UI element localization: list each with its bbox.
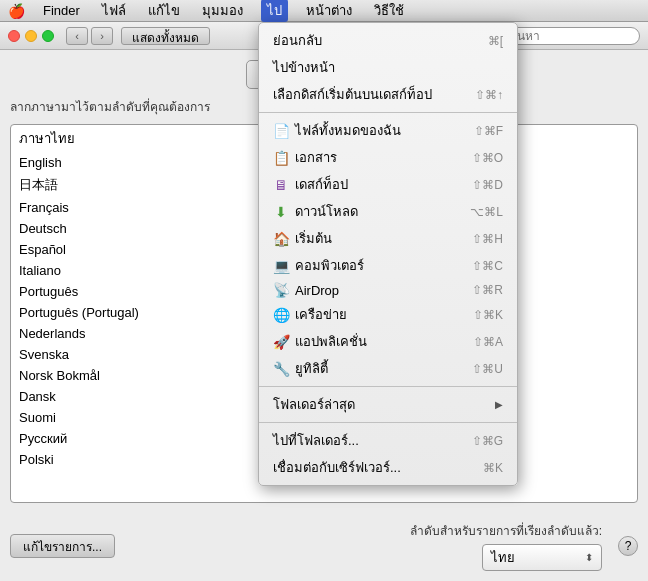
forward-button[interactable]: › bbox=[91, 27, 113, 45]
edit-menu-item[interactable]: แก้ไข bbox=[144, 0, 184, 21]
edit-list-button[interactable]: แก้ไขรายการ... bbox=[10, 534, 115, 558]
home-icon: 🏠 bbox=[273, 231, 289, 247]
file-menu-item[interactable]: ไฟล์ bbox=[98, 0, 130, 21]
menu-item-utilities[interactable]: 🔧 ยูทิลิตี้ ⇧⌘U bbox=[259, 355, 517, 382]
menu-item-forward[interactable]: ไปข้างหน้า bbox=[259, 54, 517, 81]
help-button[interactable]: ? bbox=[618, 536, 638, 556]
minimize-button[interactable] bbox=[25, 30, 37, 42]
desktop-icon: 🖥 bbox=[273, 177, 289, 193]
computer-icon: 💻 bbox=[273, 258, 289, 274]
sort-label: ลำดับสำหรับรายการที่เรียงลำดับแล้ว: bbox=[410, 521, 602, 540]
menu-item-go-to-folder[interactable]: ไปที่โฟลเดอร์... ⇧⌘G bbox=[259, 427, 517, 454]
menu-item-go-to-folder-label: ไปที่โฟลเดอร์... bbox=[273, 430, 472, 451]
menu-item-recent-folder-label: โฟลเดอร์ล่าสุด bbox=[273, 394, 495, 415]
menu-item-computer[interactable]: 💻 คอมพิวเตอร์ ⇧⌘C bbox=[259, 252, 517, 279]
go-menu-item[interactable]: ไป bbox=[261, 0, 288, 22]
menu-item-applications[interactable]: 🚀 แอปพลิเคชั่น ⇧⌘A bbox=[259, 328, 517, 355]
menu-item-desktop[interactable]: 🖥 เดสก์ท็อป ⇧⌘D bbox=[259, 171, 517, 198]
menu-item-desktop-start[interactable]: เลือกดิสก์เริ่มต้นบนเดสก์ท็อป ⇧⌘↑ bbox=[259, 81, 517, 108]
menu-item-documents-label: เอกสาร bbox=[295, 147, 472, 168]
utilities-icon: 🔧 bbox=[273, 361, 289, 377]
menu-item-connect-server-label: เชื่อมต่อกับเซิร์ฟเวอร์... bbox=[273, 457, 483, 478]
menu-item-all-files-shortcut: ⇧⌘F bbox=[474, 124, 503, 138]
menu-divider-2 bbox=[259, 386, 517, 387]
menu-item-documents[interactable]: 📋 เอกสาร ⇧⌘O bbox=[259, 144, 517, 171]
menu-divider-3 bbox=[259, 422, 517, 423]
menu-item-all-files[interactable]: 📄 ไฟล์ทั้งหมดของฉัน ⇧⌘F bbox=[259, 117, 517, 144]
menu-item-desktop-label: เดสก์ท็อป bbox=[295, 174, 472, 195]
menu-item-home-label: เริ่มต้น bbox=[295, 228, 472, 249]
menu-item-desktop-shortcut: ⇧⌘D bbox=[472, 178, 503, 192]
menu-item-back-label: ย่อนกลับ bbox=[273, 30, 488, 51]
menu-item-desktop-start-label: เลือกดิสก์เริ่มต้นบนเดสก์ท็อป bbox=[273, 84, 475, 105]
menu-item-downloads-label: ดาวน์โหลด bbox=[295, 201, 470, 222]
menu-item-downloads-shortcut: ⌥⌘L bbox=[470, 205, 503, 219]
sort-value: ไทย bbox=[491, 547, 515, 568]
window-menu-item[interactable]: หน้าต่าง bbox=[302, 0, 356, 21]
menu-item-network-label: เครือข่าย bbox=[295, 304, 473, 325]
downloads-icon: ⬇ bbox=[273, 204, 289, 220]
network-icon: 🌐 bbox=[273, 307, 289, 323]
menu-item-home[interactable]: 🏠 เริ่มต้น ⇧⌘H bbox=[259, 225, 517, 252]
menu-item-forward-label: ไปข้างหน้า bbox=[273, 57, 503, 78]
menu-item-go-to-folder-shortcut: ⇧⌘G bbox=[472, 434, 503, 448]
menu-item-back-shortcut: ⌘[ bbox=[488, 34, 503, 48]
menu-divider-1 bbox=[259, 112, 517, 113]
menu-item-home-shortcut: ⇧⌘H bbox=[472, 232, 503, 246]
help-menu-item[interactable]: วิธีใช้ bbox=[370, 0, 408, 21]
all-files-icon: 📄 bbox=[273, 123, 289, 139]
menu-item-airdrop-shortcut: ⇧⌘R bbox=[472, 283, 503, 297]
menu-item-airdrop-label: AirDrop bbox=[295, 283, 472, 298]
apple-menu[interactable]: 🍎 bbox=[8, 3, 25, 19]
menu-item-network[interactable]: 🌐 เครือข่าย ⇧⌘K bbox=[259, 301, 517, 328]
menu-item-utilities-label: ยูทิลิตี้ bbox=[295, 358, 472, 379]
menu-item-downloads[interactable]: ⬇ ดาวน์โหลด ⌥⌘L bbox=[259, 198, 517, 225]
finder-menu-item[interactable]: Finder bbox=[39, 3, 84, 18]
view-menu-item[interactable]: มุมมอง bbox=[198, 0, 247, 21]
menu-item-network-shortcut: ⇧⌘K bbox=[473, 308, 503, 322]
menu-item-back[interactable]: ย่อนกลับ ⌘[ bbox=[259, 27, 517, 54]
menu-item-computer-label: คอมพิวเตอร์ bbox=[295, 255, 472, 276]
documents-icon: 📋 bbox=[273, 150, 289, 166]
menu-item-documents-shortcut: ⇧⌘O bbox=[472, 151, 503, 165]
show-all-button[interactable]: แสดงทั้งหมด bbox=[121, 27, 210, 45]
menu-item-desktop-start-shortcut: ⇧⌘↑ bbox=[475, 88, 503, 102]
menu-item-applications-shortcut: ⇧⌘A bbox=[473, 335, 503, 349]
search-input[interactable] bbox=[500, 27, 640, 45]
close-button[interactable] bbox=[8, 30, 20, 42]
menu-item-utilities-shortcut: ⇧⌘U bbox=[472, 362, 503, 376]
sort-chevron-icon: ⬍ bbox=[585, 552, 593, 563]
nav-buttons: ‹ › bbox=[66, 27, 113, 45]
menu-item-connect-server-shortcut: ⌘K bbox=[483, 461, 503, 475]
airdrop-icon: 📡 bbox=[273, 282, 289, 298]
traffic-lights bbox=[8, 30, 54, 42]
submenu-arrow-icon: ▶ bbox=[495, 399, 503, 410]
menubar: 🍎 Finder ไฟล์ แก้ไข มุมมอง ไป หน้าต่าง ว… bbox=[0, 0, 648, 22]
menu-item-all-files-label: ไฟล์ทั้งหมดของฉัน bbox=[295, 120, 474, 141]
applications-icon: 🚀 bbox=[273, 334, 289, 350]
menu-item-applications-label: แอปพลิเคชั่น bbox=[295, 331, 473, 352]
back-button[interactable]: ‹ bbox=[66, 27, 88, 45]
sort-select[interactable]: ไทย ⬍ bbox=[482, 544, 602, 571]
maximize-button[interactable] bbox=[42, 30, 54, 42]
menu-item-airdrop[interactable]: 📡 AirDrop ⇧⌘R bbox=[259, 279, 517, 301]
menu-item-recent-folder[interactable]: โฟลเดอร์ล่าสุด ▶ bbox=[259, 391, 517, 418]
menu-item-computer-shortcut: ⇧⌘C bbox=[472, 259, 503, 273]
go-menu-dropdown: ย่อนกลับ ⌘[ ไปข้างหน้า เลือกดิสก์เริ่มต้… bbox=[258, 22, 518, 486]
menu-item-connect-server[interactable]: เชื่อมต่อกับเซิร์ฟเวอร์... ⌘K bbox=[259, 454, 517, 481]
